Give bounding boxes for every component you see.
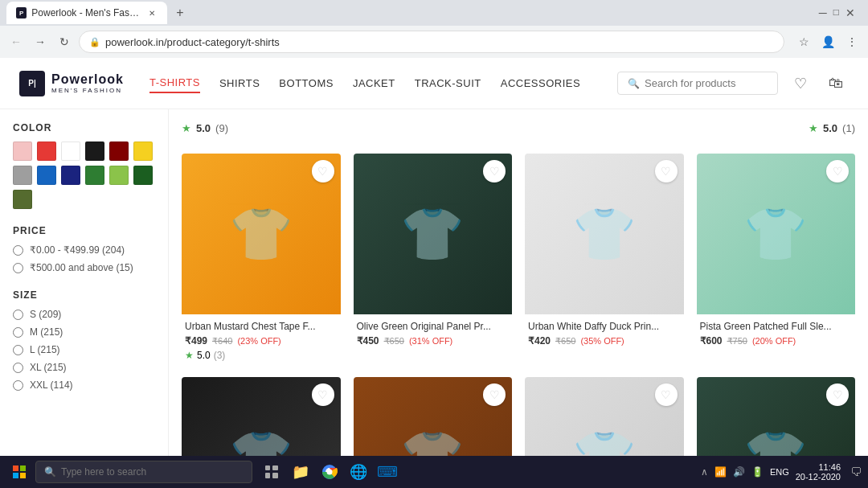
size-radio-xxl[interactable] xyxy=(13,380,23,391)
logo[interactable]: P| Powerlook MEN'S FASHION xyxy=(19,71,124,96)
refresh-button[interactable]: ↻ xyxy=(55,32,74,51)
product-wishlist-8[interactable]: ♡ xyxy=(826,383,849,406)
window-close-button[interactable]: ✕ xyxy=(845,6,855,19)
star-icon-right: ★ xyxy=(809,122,818,134)
current-price-2: ₹450 xyxy=(357,335,379,347)
product-star-1: ★ xyxy=(185,350,194,361)
color-maroon[interactable] xyxy=(109,141,129,161)
size-radio-s[interactable] xyxy=(13,310,23,320)
search-input[interactable] xyxy=(645,77,768,89)
browser-tab[interactable]: P Powerlook - Men's Fashion ✕ xyxy=(6,2,167,24)
price-option-low[interactable]: ₹0.00 - ₹499.99 (204) xyxy=(13,244,155,256)
color-light-green[interactable] xyxy=(109,166,129,185)
discount-4: (20% OFF) xyxy=(752,336,796,346)
original-price-1: ₹640 xyxy=(212,336,232,347)
tab-close-button[interactable]: ✕ xyxy=(147,7,158,18)
size-m[interactable]: M (215) xyxy=(13,326,155,338)
nav-bottoms[interactable]: BOTTOMS xyxy=(279,74,334,92)
cart-button[interactable]: 🛍 xyxy=(823,71,849,96)
size-radio-m[interactable] xyxy=(13,327,23,338)
price-radio-high[interactable] xyxy=(13,263,23,273)
product-image-4: 👕 ♡ xyxy=(697,154,856,314)
product-card-3[interactable]: 👕 ♡ Urban White Daffy Duck Prin... ₹420 … xyxy=(525,154,684,364)
product-wishlist-3[interactable]: ♡ xyxy=(655,160,678,182)
product-image-1: 👕 ♡ xyxy=(182,154,341,314)
logo-text: Powerlook MEN'S FASHION xyxy=(51,72,124,94)
size-xxl[interactable]: XXL (114) xyxy=(13,379,155,391)
size-s[interactable]: S (209) xyxy=(13,309,155,320)
current-price-4: ₹600 xyxy=(700,335,723,347)
price-radio-low[interactable] xyxy=(13,245,23,256)
back-button[interactable]: ← xyxy=(6,32,26,51)
color-black[interactable] xyxy=(85,141,104,161)
date-display: 20-12-2020 xyxy=(796,472,841,482)
taskbar-search-input[interactable] xyxy=(61,466,244,478)
chrome-button[interactable] xyxy=(317,459,342,485)
tray-network-icon: 📶 xyxy=(714,466,727,478)
color-white[interactable] xyxy=(61,141,80,161)
product-name-4: Pista Green Patched Full Sle... xyxy=(700,321,853,332)
color-blue[interactable] xyxy=(37,166,56,185)
menu-button[interactable]: ⋮ xyxy=(842,32,862,51)
product-name-3: Urban White Daffy Duck Prin... xyxy=(528,321,681,332)
tray-notification-button[interactable]: 🗨 xyxy=(850,465,862,478)
color-olive[interactable] xyxy=(13,190,32,209)
color-navy[interactable] xyxy=(61,166,80,185)
product-card-2[interactable]: 👕 ♡ Olive Green Original Panel Pr... ₹45… xyxy=(354,154,513,364)
price-label-low: ₹0.00 - ₹499.99 (204) xyxy=(30,244,125,256)
logo-name: Powerlook xyxy=(51,72,124,87)
file-explorer-button[interactable]: 📁 xyxy=(288,459,313,485)
review-count-right: (1) xyxy=(842,122,855,134)
taskbar-time: 11:46 20-12-2020 xyxy=(796,462,841,482)
profile-button[interactable]: 👤 xyxy=(818,32,837,51)
color-gray[interactable] xyxy=(13,166,32,185)
browser-controls: ← → ↻ 🔒 powerlook.in/product-category/t-… xyxy=(0,26,868,58)
size-xl[interactable]: XL (215) xyxy=(13,362,155,373)
discount-1: (23% OFF) xyxy=(237,336,280,346)
taskview-button[interactable] xyxy=(259,459,285,485)
rating-value-left: 5.0 xyxy=(196,122,211,134)
address-bar[interactable]: 🔒 powerlook.in/product-category/t-shirts xyxy=(79,31,784,53)
nav-jacket[interactable]: JACKET xyxy=(353,74,395,92)
tray-lang: ENG xyxy=(770,467,789,477)
product-wishlist-5[interactable]: ♡ xyxy=(312,383,334,406)
edge-button[interactable]: 🌐 xyxy=(346,459,371,485)
product-price-4: ₹600 ₹750 (20% OFF) xyxy=(700,335,853,347)
color-yellow[interactable] xyxy=(133,141,153,161)
window-minimize-button[interactable]: ─ xyxy=(819,6,827,19)
color-filter: COLOR xyxy=(13,122,155,209)
svg-rect-4 xyxy=(265,465,270,470)
product-card-1[interactable]: 👕 ♡ Urban Mustard Chest Tape F... ₹499 ₹… xyxy=(182,154,341,364)
forward-button[interactable]: → xyxy=(31,32,50,51)
size-l[interactable]: L (215) xyxy=(13,344,155,355)
color-dark-green[interactable] xyxy=(133,166,153,185)
main-content: COLOR PRIC xyxy=(0,109,868,488)
size-radio-l[interactable] xyxy=(13,345,23,355)
product-wishlist-7[interactable]: ♡ xyxy=(655,383,678,406)
color-green[interactable] xyxy=(85,166,104,185)
price-filter-title: PRICE xyxy=(13,225,155,236)
window-restore-button[interactable]: □ xyxy=(833,6,839,19)
nav-accessories[interactable]: ACCESSORIES xyxy=(501,74,580,92)
vscode-button[interactable]: ⌨ xyxy=(375,459,400,485)
size-radio-xl[interactable] xyxy=(13,363,23,373)
product-card-4[interactable]: 👕 ♡ Pista Green Patched Full Sle... ₹600… xyxy=(697,154,856,364)
start-button[interactable] xyxy=(6,459,32,485)
taskbar-search-bar[interactable]: 🔍 xyxy=(35,461,252,483)
search-bar[interactable]: 🔍 xyxy=(617,72,778,95)
product-image-2: 👕 ♡ xyxy=(354,154,513,314)
product-wishlist-6[interactable]: ♡ xyxy=(483,383,506,406)
nav-tshirts[interactable]: T-SHIRTS xyxy=(149,73,200,93)
product-wishlist-2[interactable]: ♡ xyxy=(483,160,506,182)
price-option-high[interactable]: ₹500.00 and above (15) xyxy=(13,262,155,273)
nav-shirts[interactable]: SHIRTS xyxy=(219,74,260,92)
wishlist-button[interactable]: ♡ xyxy=(788,71,813,96)
bookmark-button[interactable]: ☆ xyxy=(794,32,813,51)
product-wishlist-1[interactable]: ♡ xyxy=(312,160,334,182)
nav-tracksuit[interactable]: TRACK-SUIT xyxy=(415,74,481,92)
color-pink[interactable] xyxy=(13,141,32,161)
product-wishlist-4[interactable]: ♡ xyxy=(826,160,849,182)
color-red[interactable] xyxy=(37,141,56,161)
new-tab-button[interactable]: + xyxy=(170,3,190,23)
tray-chevron[interactable]: ∧ xyxy=(701,466,708,478)
